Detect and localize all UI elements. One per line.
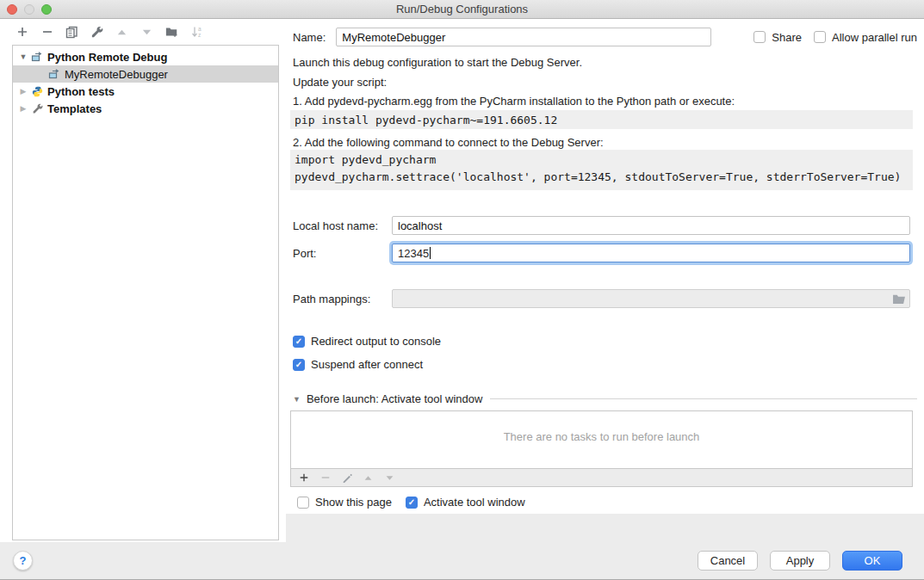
python-icon bbox=[31, 85, 43, 97]
move-task-up-icon[interactable] bbox=[363, 472, 374, 484]
dialog-buttons: Cancel Apply OK bbox=[698, 551, 902, 571]
before-launch-title: Before launch: Activate tool window bbox=[307, 392, 483, 405]
before-launch-section-header[interactable]: ▼ Before launch: Activate tool window bbox=[293, 392, 917, 405]
redirect-output-checkbox[interactable] bbox=[293, 336, 305, 348]
remove-task-icon[interactable] bbox=[319, 472, 331, 484]
tree-item-label: Python Remote Debug bbox=[47, 51, 167, 64]
tree-item-label: Python tests bbox=[47, 85, 115, 98]
tasks-empty-text: There are no tasks to run before launch bbox=[504, 430, 700, 443]
activate-tool-window-label: Activate tool window bbox=[424, 496, 525, 509]
ok-button[interactable]: OK bbox=[842, 551, 902, 571]
description-text: Launch this debug configuration to start… bbox=[293, 56, 582, 69]
chevron-right-icon[interactable]: ▶ bbox=[18, 87, 28, 96]
wrench-icon[interactable] bbox=[90, 26, 103, 39]
window-title: Run/Debug Configurations bbox=[0, 3, 924, 15]
move-task-down-icon[interactable] bbox=[384, 472, 395, 484]
browse-folder-icon[interactable] bbox=[892, 293, 906, 305]
apply-button[interactable]: Apply bbox=[770, 551, 830, 571]
run-config-icon bbox=[31, 51, 43, 63]
code-import-line: import pydevd_pycharm bbox=[295, 153, 436, 166]
show-this-page-label: Show this page bbox=[315, 496, 392, 509]
code-settrace-line: pydevd_pycharm.settrace('localhost', por… bbox=[295, 170, 901, 183]
redirect-output-label: Redirect output to console bbox=[311, 335, 441, 348]
port-input[interactable]: 12345 bbox=[392, 244, 910, 262]
activate-tool-window-checkbox[interactable] bbox=[406, 497, 418, 509]
title-bar: Run/Debug Configurations bbox=[0, 0, 924, 19]
tree-item-python-tests[interactable]: ▶ Python tests bbox=[13, 83, 278, 100]
name-label: Name: bbox=[293, 31, 326, 44]
name-input[interactable] bbox=[336, 28, 711, 46]
down-arrow-icon[interactable] bbox=[140, 26, 153, 39]
tree-item-label: MyRemoteDebugger bbox=[65, 68, 168, 81]
configurations-tree: ▼ Python Remote Debug ▶ MyRemoteDebugger… bbox=[12, 45, 279, 540]
share-label: Share bbox=[772, 31, 802, 44]
folder-add-icon[interactable] bbox=[165, 26, 178, 39]
before-launch-tasks-list[interactable]: There are no tasks to run before launch bbox=[290, 410, 913, 469]
show-this-page-checkbox[interactable] bbox=[297, 497, 309, 509]
edit-task-pencil-icon[interactable] bbox=[341, 472, 352, 484]
remove-icon[interactable] bbox=[40, 26, 53, 39]
configuration-editor: Name: Share Allow parallel run Launch th… bbox=[286, 19, 924, 514]
tasks-toolbar bbox=[290, 469, 913, 487]
tree-item-label: Templates bbox=[47, 102, 102, 115]
add-icon[interactable] bbox=[16, 26, 28, 39]
path-mappings-label: Path mappings: bbox=[293, 293, 392, 305]
update-script-text: Update your script: bbox=[293, 76, 387, 89]
port-label: Port: bbox=[293, 247, 392, 260]
settrace-code[interactable]: import pydevd_pycharm pydevd_pycharm.set… bbox=[290, 150, 913, 190]
sort-az-icon[interactable]: az bbox=[190, 26, 203, 39]
chevron-down-icon[interactable]: ▼ bbox=[18, 52, 28, 61]
suspend-after-connect-label: Suspend after connect bbox=[311, 358, 423, 371]
pip-install-code[interactable]: pip install pydevd-pycharm~=191.6605.12 bbox=[290, 110, 913, 129]
copy-icon[interactable] bbox=[65, 26, 78, 39]
allow-parallel-run-checkbox[interactable] bbox=[814, 31, 826, 43]
tree-item-myremotedebugger[interactable]: ▶ MyRemoteDebugger bbox=[13, 65, 278, 83]
help-button[interactable]: ? bbox=[13, 551, 33, 571]
wrench-icon bbox=[31, 102, 43, 114]
tree-item-python-remote-debug[interactable]: ▼ Python Remote Debug bbox=[13, 48, 278, 65]
local-host-name-label: Local host name: bbox=[293, 219, 392, 232]
svg-text:z: z bbox=[198, 32, 201, 38]
help-icon: ? bbox=[20, 554, 27, 567]
tree-item-templates[interactable]: ▶ Templates bbox=[13, 100, 278, 117]
chevron-right-icon[interactable]: ▶ bbox=[18, 104, 28, 113]
share-checkbox[interactable] bbox=[753, 31, 766, 43]
svg-text:a: a bbox=[198, 26, 202, 32]
cancel-button[interactable]: Cancel bbox=[698, 551, 758, 571]
step1-text: 1. Add pydevd-pycharm.egg from the PyCha… bbox=[293, 95, 735, 108]
suspend-after-connect-checkbox[interactable] bbox=[293, 359, 305, 371]
chevron-down-icon[interactable]: ▼ bbox=[293, 395, 301, 404]
run-config-icon bbox=[48, 68, 60, 80]
local-host-name-input[interactable] bbox=[392, 216, 910, 235]
up-arrow-icon[interactable] bbox=[115, 26, 128, 39]
sidebar-toolbar: az bbox=[16, 24, 203, 40]
allow-parallel-run-label: Allow parallel run bbox=[832, 31, 917, 44]
step2-text: 2. Add the following command to connect … bbox=[293, 136, 604, 149]
run-debug-configurations-dialog: Run/Debug Configurations az ▼ bbox=[0, 0, 924, 580]
divider bbox=[490, 398, 917, 399]
configurations-sidebar: az ▼ Python Remote Debug ▶ MyRemoteDebug… bbox=[0, 19, 286, 542]
text-cursor bbox=[430, 247, 431, 259]
add-task-icon[interactable] bbox=[298, 472, 309, 484]
path-mappings-input[interactable] bbox=[392, 289, 910, 308]
